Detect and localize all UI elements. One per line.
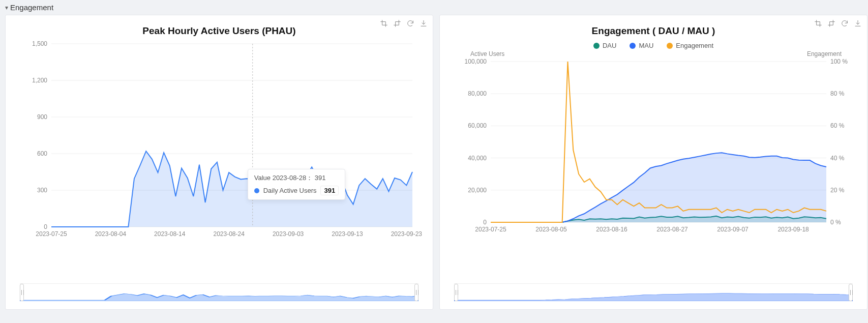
minimap-handle-right[interactable] [414,284,418,301]
svg-text:100,000: 100,000 [465,58,487,65]
svg-text:60 %: 60 % [830,122,845,129]
svg-text:0: 0 [44,223,47,230]
panel-engagement: Engagement ( DAU / MAU ) DAU MAU Engagem… [439,15,867,310]
crop-icon[interactable] [380,19,388,27]
svg-point-20 [251,177,255,181]
svg-text:2023-08-27: 2023-08-27 [656,226,688,233]
legend-item-dau[interactable]: DAU [593,42,616,49]
minimap-phau[interactable] [20,283,418,301]
svg-text:2023-08-24: 2023-08-24 [213,230,245,238]
panels-row: Peak Hourly Active Users (PHAU) 03006009… [0,15,868,315]
panel-toolbar [380,19,428,27]
svg-text:2023-08-14: 2023-08-14 [154,230,186,238]
svg-text:900: 900 [37,113,47,121]
svg-text:1,500: 1,500 [32,40,47,47]
chart-area-phau: 03006009001,2001,5002023-07-252023-08-04… [6,39,433,276]
chart-engagement-svg[interactable]: 00 %20,00020 %40,00040 %60,00060 %80,000… [450,49,857,238]
svg-text:600: 600 [37,150,47,157]
download-icon[interactable] [854,19,862,27]
dashboard-page: ▾ Engagement Peak Hourly Active Users (P… [0,0,868,323]
download-icon[interactable] [420,19,428,27]
legend-item-engagement[interactable]: Engagement [667,42,713,49]
y-axis-right-title: Engagement [807,50,842,57]
svg-text:40,000: 40,000 [468,155,487,162]
svg-text:2023-09-13: 2023-09-13 [332,230,363,238]
legend-item-mau[interactable]: MAU [630,42,653,49]
section-header[interactable]: ▾ Engagement [0,0,868,15]
svg-text:0 %: 0 % [830,219,841,226]
svg-text:2023-07-25: 2023-07-25 [475,226,506,233]
svg-text:60,000: 60,000 [468,122,487,129]
minimap-handle-left[interactable] [454,284,458,301]
svg-text:0: 0 [483,219,487,226]
panel-phau: Peak Hourly Active Users (PHAU) 03006009… [5,15,433,310]
panel-toolbar [814,19,862,27]
minimap-handle-right[interactable] [849,284,853,301]
svg-text:2023-08-16: 2023-08-16 [596,226,627,233]
section-title: Engagement [10,3,53,12]
chart-area-engagement: Active Users Engagement 00 %20,00020 %40… [440,49,867,276]
svg-text:2023-09-03: 2023-09-03 [273,230,304,238]
reset-zoom-icon[interactable] [827,19,835,27]
svg-text:1,200: 1,200 [32,77,47,84]
y-axis-left-title: Active Users [470,50,504,57]
svg-text:300: 300 [37,187,47,194]
svg-text:2023-07-25: 2023-07-25 [36,230,67,238]
minimap-handle-left[interactable] [20,284,24,301]
svg-text:100 %: 100 % [830,58,848,65]
reset-zoom-icon[interactable] [393,19,401,27]
svg-text:2023-09-07: 2023-09-07 [717,226,749,233]
chart-phau-svg[interactable]: 03006009001,2001,5002023-07-252023-08-04… [16,39,423,242]
refresh-icon[interactable] [406,19,414,27]
panel-title: Peak Hourly Active Users (PHAU) [6,25,433,37]
svg-text:2023-09-18: 2023-09-18 [777,226,809,233]
chevron-down-icon: ▾ [5,4,8,11]
crop-icon[interactable] [814,19,822,27]
svg-text:20,000: 20,000 [468,187,487,194]
svg-text:40 %: 40 % [830,155,845,162]
legend-dot-icon [630,43,636,49]
svg-text:80,000: 80,000 [468,90,487,97]
svg-text:2023-08-04: 2023-08-04 [95,230,127,238]
chart-legend: DAU MAU Engagement [440,42,867,49]
svg-text:20 %: 20 % [830,187,845,194]
svg-text:2023-09-23: 2023-09-23 [391,230,423,238]
svg-text:80 %: 80 % [830,90,845,97]
legend-dot-icon [667,43,673,49]
svg-text:2023-08-05: 2023-08-05 [535,226,567,233]
minimap-engagement[interactable] [454,283,853,301]
refresh-icon[interactable] [841,19,849,27]
panel-title: Engagement ( DAU / MAU ) [440,25,867,37]
legend-dot-icon [593,43,600,49]
